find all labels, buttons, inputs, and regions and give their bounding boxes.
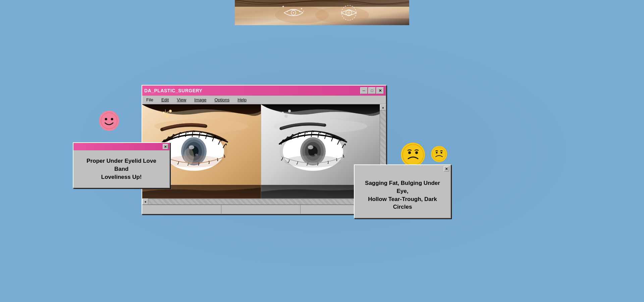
svg-point-13 (348, 12, 350, 13)
svg-point-49 (105, 118, 107, 120)
svg-point-29 (163, 112, 165, 114)
svg-point-44 (282, 112, 284, 114)
menu-help[interactable]: Help (236, 97, 248, 103)
content-area: ▲ ▼ (142, 104, 386, 198)
status-bar (142, 204, 386, 214)
minimize-button[interactable]: ─ (360, 87, 368, 94)
svg-point-45 (288, 110, 291, 112)
svg-point-53 (415, 151, 418, 154)
horizontal-scrollbar: ◄ ► (142, 198, 386, 204)
smiley-pink-emoji (99, 111, 119, 131)
frowny-emoji-large (401, 143, 425, 167)
popup-right-close-button[interactable]: ✕ (444, 166, 449, 171)
svg-text:✦: ✦ (282, 5, 284, 8)
popup-right-titlebar: ✕ (355, 165, 450, 172)
titlebar: DA_PLASTIC_SURGERY ─ □ ✕ (142, 86, 386, 96)
maximize-button[interactable]: □ (368, 87, 376, 94)
svg-point-7 (293, 12, 294, 13)
svg-point-27 (184, 148, 194, 165)
svg-point-30 (169, 110, 172, 112)
main-application-window: DA_PLASTIC_SURGERY ─ □ ✕ File Edit View … (142, 85, 386, 214)
svg-point-26 (165, 155, 222, 167)
svg-point-28 (165, 114, 169, 118)
scroll-left-button[interactable]: ◄ (142, 199, 148, 205)
frowny-emoji-small (431, 146, 447, 162)
svg-point-55 (436, 152, 438, 154)
svg-point-43 (284, 114, 288, 118)
window-controls: ─ □ ✕ (360, 87, 384, 94)
svg-point-8 (301, 8, 302, 9)
menu-view[interactable]: View (175, 97, 187, 103)
menu-file[interactable]: File (145, 97, 155, 103)
menu-edit[interactable]: Edit (160, 97, 170, 103)
status-section-2 (221, 205, 301, 214)
svg-point-51 (402, 144, 423, 165)
menu-options[interactable]: Options (213, 97, 231, 103)
close-button[interactable]: ✕ (376, 87, 384, 94)
popup-left-text: Proper Under Eyelid Love Band Loveliness… (79, 157, 163, 181)
popup-left-close-button[interactable]: ✕ (163, 144, 168, 149)
svg-point-50 (111, 118, 113, 120)
svg-point-9 (303, 11, 304, 12)
popup-right-content: Sagging Fat, Bulging Under Eye, Hollow T… (355, 172, 450, 218)
svg-point-54 (432, 147, 446, 161)
svg-rect-1 (235, 0, 409, 7)
svg-point-48 (101, 113, 117, 129)
status-section-1 (142, 205, 221, 214)
svg-point-52 (408, 151, 411, 154)
popup-left-titlebar: ✕ (73, 143, 169, 150)
popup-left-content: Proper Under Eyelid Love Band Loveliness… (73, 150, 169, 188)
menu-image[interactable]: Image (193, 97, 208, 103)
window-title: DA_PLASTIC_SURGERY (144, 88, 202, 93)
popup-dialog-left: ✕ Proper Under Eyelid Love Band Loveline… (73, 142, 170, 188)
scroll-up-button[interactable]: ▲ (380, 104, 386, 110)
top-image-strip: ✦ (235, 0, 409, 25)
svg-point-40 (308, 145, 313, 149)
scroll-track-horizontal[interactable] (148, 199, 374, 204)
image-container (142, 104, 380, 198)
svg-point-42 (284, 155, 341, 167)
svg-point-56 (441, 152, 442, 154)
menu-bar: File Edit View Image Options Help (142, 96, 386, 104)
popup-dialog-right: ✕ Sagging Fat, Bulging Under Eye, Hollow… (354, 164, 451, 218)
popup-right-text: Sagging Fat, Bulging Under Eye, Hollow T… (361, 179, 444, 211)
